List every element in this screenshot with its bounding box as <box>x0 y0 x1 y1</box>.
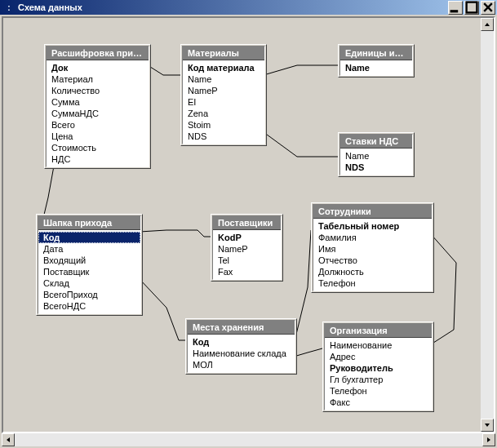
field-list: NameNDS <box>340 149 412 175</box>
svg-marker-6 <box>7 437 10 442</box>
field-item[interactable]: Сумма <box>47 96 149 108</box>
minimize-button[interactable] <box>448 1 463 15</box>
table-organizaciya[interactable]: Организация НаименованиеАдресРуководител… <box>322 322 434 412</box>
field-item[interactable]: Склад <box>38 277 140 289</box>
table-title[interactable]: Расшифровка прихо… <box>47 47 149 60</box>
field-item[interactable]: Всего <box>47 119 149 131</box>
table-stavki-nds[interactable]: Ставки НДС NameNDS <box>338 132 415 177</box>
field-item[interactable]: Телефон <box>325 385 432 397</box>
table-title[interactable]: Единицы изм… <box>340 47 412 60</box>
scroll-up-button[interactable] <box>481 18 494 31</box>
field-item[interactable]: Отчество <box>313 255 432 266</box>
field-item[interactable]: Материал <box>47 73 149 85</box>
diagram-canvas[interactable]: Расшифровка прихо… ДокМатериалКоличество… <box>3 18 481 432</box>
field-item[interactable]: NDS <box>340 162 412 173</box>
scroll-left-button[interactable] <box>2 433 15 446</box>
field-item[interactable]: СуммаНДС <box>47 108 149 119</box>
table-edinicy[interactable]: Единицы изм… Name <box>338 44 415 78</box>
field-item[interactable]: Фамилия <box>313 232 432 243</box>
field-list: Код материалаNameNamePEIZenaStoimNDS <box>183 60 264 144</box>
svg-rect-1 <box>467 2 477 12</box>
table-sotrudniki[interactable]: Сотрудники Табельный номерФамилияИмяОтче… <box>311 202 434 293</box>
field-item[interactable]: Код материала <box>183 62 264 73</box>
table-title[interactable]: Сотрудники <box>313 205 432 219</box>
field-item[interactable]: Док <box>47 62 149 73</box>
field-item[interactable]: Код <box>38 232 140 243</box>
svg-marker-4 <box>485 23 490 26</box>
field-list: НаименованиеАдресРуководительГл бухгалте… <box>325 338 432 410</box>
window-controls <box>448 1 495 15</box>
relationships-window: : Схема данных <box>0 0 497 448</box>
field-list: KodPNamePTelFax <box>213 230 281 279</box>
field-item[interactable]: МОЛ <box>188 359 295 370</box>
table-materialy[interactable]: Материалы Код материалаNameNamePEIZenaSt… <box>180 44 267 146</box>
field-item[interactable]: ВсегоНДС <box>38 300 140 312</box>
field-item[interactable]: NDS <box>183 131 264 142</box>
svg-marker-7 <box>487 437 490 442</box>
close-button[interactable] <box>481 1 495 15</box>
field-item[interactable]: Zena <box>183 108 264 119</box>
field-item[interactable]: Количество <box>47 85 149 96</box>
field-list: Табельный номерФамилияИмяОтчествоДолжнос… <box>313 219 432 291</box>
field-item[interactable]: Дата <box>38 243 140 255</box>
field-item[interactable]: Адрес <box>325 351 432 362</box>
field-item[interactable]: Руководитель <box>325 362 432 374</box>
table-title[interactable]: Поставщики <box>213 216 281 230</box>
field-list: КодДатаВходящийПоставщикСкладВсегоПриход… <box>38 230 140 313</box>
field-item[interactable]: Должность <box>313 266 432 277</box>
horizontal-scrollbar[interactable] <box>2 433 495 446</box>
titlebar[interactable]: : Схема данных <box>0 0 497 15</box>
field-item[interactable]: Цена <box>47 131 149 142</box>
field-item[interactable]: Tel <box>213 255 281 266</box>
field-item[interactable]: Код <box>188 336 295 348</box>
field-list: ДокМатериалКоличествоСуммаСуммаНДСВсегоЦ… <box>47 60 149 166</box>
table-title[interactable]: Места хранения <box>188 321 295 335</box>
scroll-right-button[interactable] <box>482 433 495 446</box>
scroll-down-button[interactable] <box>481 419 494 432</box>
svg-marker-5 <box>485 424 490 427</box>
field-item[interactable]: Наименование <box>325 339 432 351</box>
field-item[interactable]: Имя <box>313 243 432 255</box>
table-title[interactable]: Ставки НДС <box>340 135 412 149</box>
field-item[interactable]: Наименование склада <box>188 348 295 359</box>
field-item[interactable]: EI <box>183 96 264 108</box>
table-postavshchiki[interactable]: Поставщики KodPNamePTelFax <box>211 214 283 282</box>
field-item[interactable]: Name <box>340 150 412 162</box>
table-title[interactable]: Организация <box>325 324 432 338</box>
field-item[interactable]: Гл бухгалтер <box>325 374 432 385</box>
field-item[interactable]: Fax <box>213 266 281 277</box>
field-item[interactable]: Входящий <box>38 255 140 266</box>
table-title[interactable]: Шапка прихода <box>38 216 140 230</box>
field-item[interactable]: Name <box>183 73 264 85</box>
field-item[interactable]: KodP <box>213 232 281 243</box>
field-item[interactable]: Stoim <box>183 119 264 131</box>
table-mesta-hraneniya[interactable]: Места хранения КодНаименование складаМОЛ <box>185 318 297 375</box>
field-item[interactable]: Name <box>340 62 412 73</box>
window-icon: : <box>3 2 15 12</box>
window-title: Схема данных <box>18 2 448 12</box>
table-shapka-prihoda[interactable]: Шапка прихода КодДатаВходящийПоставщикСк… <box>36 214 143 316</box>
field-list: КодНаименование складаМОЛ <box>188 335 295 372</box>
field-item[interactable]: NameP <box>183 85 264 96</box>
maximize-button[interactable] <box>464 1 479 15</box>
field-item[interactable]: Телефон <box>313 277 432 289</box>
field-item[interactable]: NameP <box>213 243 281 255</box>
field-item[interactable]: Поставщик <box>38 266 140 277</box>
field-item[interactable]: Факс <box>325 397 432 408</box>
table-rasshifrovka[interactable]: Расшифровка прихо… ДокМатериалКоличество… <box>44 44 151 169</box>
field-item[interactable]: НДС <box>47 153 149 165</box>
field-list: Name <box>340 60 412 75</box>
client-area: Расшифровка прихо… ДокМатериалКоличество… <box>2 16 495 433</box>
field-item[interactable]: ВсегоПриход <box>38 289 140 300</box>
field-item[interactable]: Стоимость <box>47 142 149 153</box>
field-item[interactable]: Табельный номер <box>313 220 432 232</box>
vertical-scrollbar[interactable] <box>481 18 494 432</box>
table-title[interactable]: Материалы <box>183 47 264 60</box>
svg-rect-0 <box>450 10 459 12</box>
